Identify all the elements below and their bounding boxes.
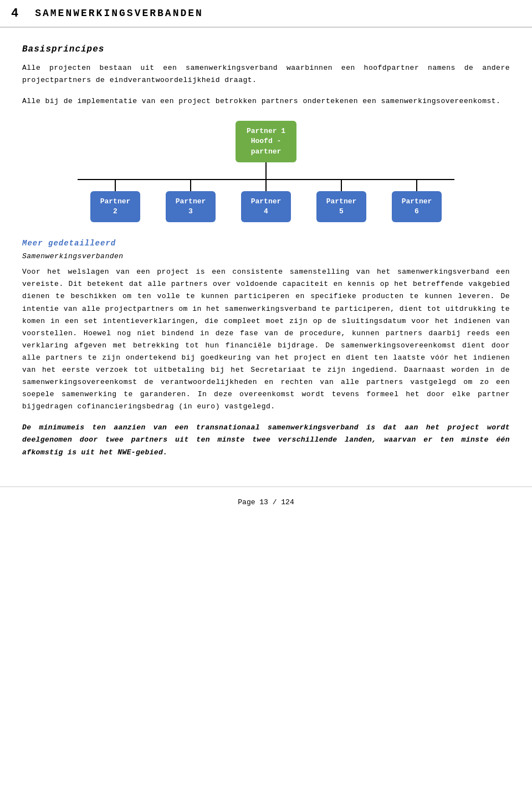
org-col-5: Partner5 xyxy=(304,180,379,222)
detailed-paragraph1: Voor het welslagen van een project is ee… xyxy=(22,266,510,413)
org-box-partner6: Partner6 xyxy=(392,191,442,222)
connector-v-6 xyxy=(416,180,417,191)
org-top-row: Partner 1Hoofd -partner xyxy=(236,121,296,162)
connector-v-5 xyxy=(341,180,342,191)
page-section-number: 4 xyxy=(11,7,18,21)
detailed-subtitle: Samenwerkingsverbanden xyxy=(22,252,510,260)
basisprincipes-paragraph2: Alle bij de implementatie van een projec… xyxy=(22,95,510,107)
detailed-p1-text: Voor het welslagen van een project is ee… xyxy=(22,268,510,411)
header-bar: 4 SAMENWERKINGSVERBANDEN xyxy=(0,0,532,28)
page-number: Page 13 / 124 xyxy=(238,498,294,506)
section-title-basisprincipes: Basisprincipes xyxy=(22,44,510,54)
section-detailed: Meer gedetailleerd Samenwerkingsverbande… xyxy=(22,239,510,458)
connector-v-4 xyxy=(265,180,267,191)
org-col-6: Partner6 xyxy=(379,180,454,222)
org-col-3: Partner3 xyxy=(153,180,228,222)
org-col-4: Partner4 xyxy=(228,180,304,222)
bold-paragraph: De minimumeis ten aanzien van een transn… xyxy=(22,422,510,458)
org-box-partner5: Partner5 xyxy=(316,191,366,222)
connector-vertical-top xyxy=(265,162,267,179)
org-main-label: Partner 1Hoofd -partner xyxy=(247,126,285,157)
org-bottom-row: Partner2 Partner3 Partner4 Partner5 Part xyxy=(78,180,454,222)
org-box-main: Partner 1Hoofd -partner xyxy=(236,121,296,162)
basisprincipes-paragraph1: Alle projecten bestaan uit een samenwerk… xyxy=(22,62,510,86)
connector-v-3 xyxy=(190,180,191,191)
org-chart: Partner 1Hoofd -partner Partner2 Partner… xyxy=(22,121,510,222)
org-box-partner2: Partner2 xyxy=(90,191,140,222)
org-box-partner4: Partner4 xyxy=(241,191,291,222)
org-box-partner3: Partner3 xyxy=(166,191,216,222)
page-wrapper: 4 SAMENWERKINGSVERBANDEN Basisprincipes … xyxy=(0,0,532,789)
detailed-title: Meer gedetailleerd xyxy=(22,239,510,248)
main-content: Basisprincipes Alle projecten bestaan ui… xyxy=(0,28,532,481)
page-section-title: SAMENWERKINGSVERBANDEN xyxy=(35,8,203,19)
org-col-2: Partner2 xyxy=(78,180,153,222)
page-footer: Page 13 / 124 xyxy=(0,486,532,515)
section-basisprincipes: Basisprincipes Alle projecten bestaan ui… xyxy=(22,44,510,107)
connector-v-2 xyxy=(115,180,116,191)
